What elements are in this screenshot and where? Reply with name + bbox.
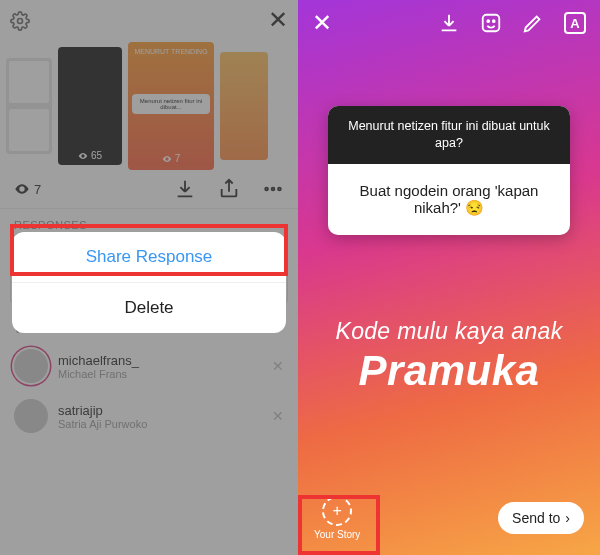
responses-panel: ✕ 65 MENURUT TRENDING Menurut netizen fi… bbox=[0, 0, 298, 555]
caption-line-2: Pramuka bbox=[298, 347, 600, 395]
svg-point-6 bbox=[493, 20, 495, 22]
action-sheet: Share Response Delete bbox=[12, 232, 286, 333]
draw-icon[interactable] bbox=[522, 12, 544, 34]
sticker-icon[interactable] bbox=[480, 12, 502, 34]
send-to-label: Send to bbox=[512, 510, 560, 526]
question-prompt: Menurut netizen fitur ini dibuat untuk a… bbox=[328, 106, 570, 164]
composer-toolbar: ✕ A bbox=[298, 0, 600, 46]
question-answer: Buat ngodein orang 'kapan nikah?' 😒 bbox=[328, 164, 570, 235]
your-story-button[interactable]: + Your Story bbox=[314, 496, 360, 540]
caption-line-1: Kode mulu kaya anak bbox=[298, 318, 600, 345]
story-composer: ✕ A Menurut netizen fitur ini dibuat unt… bbox=[298, 0, 600, 555]
story-caption[interactable]: Kode mulu kaya anak Pramuka bbox=[298, 318, 600, 395]
share-response-button[interactable]: Share Response bbox=[12, 232, 286, 283]
chevron-right-icon: › bbox=[565, 510, 570, 526]
svg-rect-4 bbox=[483, 15, 500, 32]
svg-point-5 bbox=[487, 20, 489, 22]
send-to-button[interactable]: Send to › bbox=[498, 502, 584, 534]
question-sticker[interactable]: Menurut netizen fitur ini dibuat untuk a… bbox=[328, 106, 570, 235]
text-tool-button[interactable]: A bbox=[564, 12, 586, 34]
composer-bottom-bar: + Your Story Send to › bbox=[298, 489, 600, 555]
plus-circle-icon: + bbox=[322, 496, 352, 526]
delete-button[interactable]: Delete bbox=[12, 283, 286, 333]
download-icon[interactable] bbox=[438, 12, 460, 34]
close-icon[interactable]: ✕ bbox=[312, 11, 332, 35]
your-story-label: Your Story bbox=[314, 529, 360, 540]
